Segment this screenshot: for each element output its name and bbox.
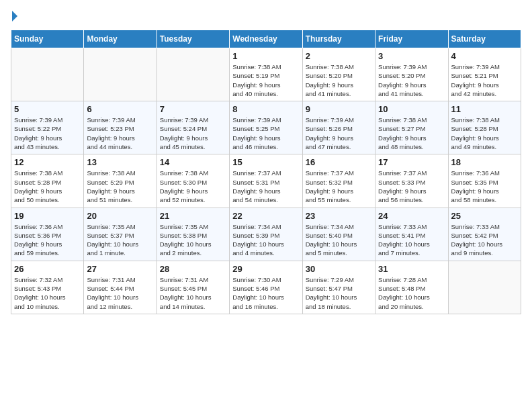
day-number: 21 <box>160 211 226 221</box>
day-number: 18 <box>451 157 518 167</box>
calendar-cell: 12Sunrise: 7:38 AM Sunset: 5:28 PM Dayli… <box>11 154 84 208</box>
day-info: Sunrise: 7:38 AM Sunset: 5:28 PM Dayligh… <box>451 116 518 151</box>
day-info: Sunrise: 7:39 AM Sunset: 5:21 PM Dayligh… <box>451 62 518 98</box>
day-info: Sunrise: 7:33 AM Sunset: 5:41 PM Dayligh… <box>378 222 445 258</box>
day-number: 14 <box>160 157 226 167</box>
day-info: Sunrise: 7:39 AM Sunset: 5:25 PM Dayligh… <box>232 116 299 151</box>
calendar-cell: 1Sunrise: 7:38 AM Sunset: 5:19 PM Daylig… <box>230 48 302 101</box>
day-info: Sunrise: 7:31 AM Sunset: 5:44 PM Dayligh… <box>87 275 153 311</box>
calendar-day-header: Saturday <box>448 30 521 48</box>
day-number: 7 <box>160 104 226 114</box>
day-number: 3 <box>378 51 445 61</box>
day-number: 1 <box>232 51 299 61</box>
calendar-week-row: 5Sunrise: 7:39 AM Sunset: 5:22 PM Daylig… <box>11 101 521 154</box>
calendar-cell: 4Sunrise: 7:39 AM Sunset: 5:21 PM Daylig… <box>448 48 521 101</box>
calendar-day-header: Friday <box>375 30 448 48</box>
day-info: Sunrise: 7:39 AM Sunset: 5:23 PM Dayligh… <box>87 116 153 151</box>
day-info: Sunrise: 7:37 AM Sunset: 5:32 PM Dayligh… <box>306 169 372 204</box>
calendar-cell: 26Sunrise: 7:32 AM Sunset: 5:43 PM Dayli… <box>11 261 84 314</box>
day-info: Sunrise: 7:34 AM Sunset: 5:39 PM Dayligh… <box>232 222 299 258</box>
calendar-cell <box>84 48 157 101</box>
day-number: 24 <box>378 211 445 221</box>
day-info: Sunrise: 7:36 AM Sunset: 5:35 PM Dayligh… <box>451 169 518 204</box>
calendar-cell: 27Sunrise: 7:31 AM Sunset: 5:44 PM Dayli… <box>84 261 157 314</box>
day-info: Sunrise: 7:39 AM Sunset: 5:24 PM Dayligh… <box>160 116 226 151</box>
day-info: Sunrise: 7:29 AM Sunset: 5:47 PM Dayligh… <box>306 275 372 311</box>
day-info: Sunrise: 7:28 AM Sunset: 5:48 PM Dayligh… <box>378 275 445 311</box>
calendar-cell: 8Sunrise: 7:39 AM Sunset: 5:25 PM Daylig… <box>230 101 302 154</box>
day-number: 2 <box>306 51 372 61</box>
day-info: Sunrise: 7:38 AM Sunset: 5:20 PM Dayligh… <box>306 62 372 98</box>
calendar-cell: 28Sunrise: 7:31 AM Sunset: 5:45 PM Dayli… <box>157 261 229 314</box>
calendar-cell: 16Sunrise: 7:37 AM Sunset: 5:32 PM Dayli… <box>302 154 375 208</box>
calendar-cell: 25Sunrise: 7:33 AM Sunset: 5:42 PM Dayli… <box>448 208 521 261</box>
day-number: 11 <box>451 104 518 114</box>
page-header <box>11 11 521 21</box>
calendar-day-header: Tuesday <box>157 30 229 48</box>
day-info: Sunrise: 7:31 AM Sunset: 5:45 PM Dayligh… <box>160 275 226 311</box>
calendar-cell: 13Sunrise: 7:38 AM Sunset: 5:29 PM Dayli… <box>84 154 157 208</box>
day-info: Sunrise: 7:38 AM Sunset: 5:19 PM Dayligh… <box>232 62 299 98</box>
day-number: 5 <box>14 104 81 114</box>
logo <box>11 11 17 21</box>
calendar-cell: 21Sunrise: 7:35 AM Sunset: 5:38 PM Dayli… <box>157 208 229 261</box>
calendar-week-row: 26Sunrise: 7:32 AM Sunset: 5:43 PM Dayli… <box>11 261 521 314</box>
day-info: Sunrise: 7:35 AM Sunset: 5:38 PM Dayligh… <box>160 222 226 258</box>
calendar-cell: 19Sunrise: 7:36 AM Sunset: 5:36 PM Dayli… <box>11 208 84 261</box>
calendar-cell: 6Sunrise: 7:39 AM Sunset: 5:23 PM Daylig… <box>84 101 157 154</box>
calendar-cell <box>448 261 521 314</box>
calendar-cell: 17Sunrise: 7:37 AM Sunset: 5:33 PM Dayli… <box>375 154 448 208</box>
day-info: Sunrise: 7:39 AM Sunset: 5:20 PM Dayligh… <box>378 62 445 98</box>
day-info: Sunrise: 7:35 AM Sunset: 5:37 PM Dayligh… <box>87 222 153 258</box>
calendar-cell: 9Sunrise: 7:39 AM Sunset: 5:26 PM Daylig… <box>302 101 375 154</box>
calendar-cell: 30Sunrise: 7:29 AM Sunset: 5:47 PM Dayli… <box>302 261 375 314</box>
day-info: Sunrise: 7:38 AM Sunset: 5:30 PM Dayligh… <box>160 169 226 204</box>
calendar-cell: 31Sunrise: 7:28 AM Sunset: 5:48 PM Dayli… <box>375 261 448 314</box>
day-number: 25 <box>451 211 518 221</box>
calendar-cell: 29Sunrise: 7:30 AM Sunset: 5:46 PM Dayli… <box>230 261 302 314</box>
day-info: Sunrise: 7:37 AM Sunset: 5:33 PM Dayligh… <box>378 169 445 204</box>
day-info: Sunrise: 7:37 AM Sunset: 5:31 PM Dayligh… <box>232 169 299 204</box>
day-number: 29 <box>232 264 299 274</box>
calendar-cell: 23Sunrise: 7:34 AM Sunset: 5:40 PM Dayli… <box>302 208 375 261</box>
calendar-week-row: 19Sunrise: 7:36 AM Sunset: 5:36 PM Dayli… <box>11 208 521 261</box>
day-info: Sunrise: 7:38 AM Sunset: 5:29 PM Dayligh… <box>87 169 153 204</box>
day-number: 15 <box>232 157 299 167</box>
calendar-cell: 7Sunrise: 7:39 AM Sunset: 5:24 PM Daylig… <box>157 101 229 154</box>
calendar-cell: 18Sunrise: 7:36 AM Sunset: 5:35 PM Dayli… <box>448 154 521 208</box>
day-number: 9 <box>306 104 372 114</box>
day-number: 30 <box>306 264 372 274</box>
day-number: 12 <box>14 157 81 167</box>
day-number: 19 <box>14 211 81 221</box>
day-number: 20 <box>87 211 153 221</box>
calendar-cell <box>157 48 229 101</box>
day-info: Sunrise: 7:30 AM Sunset: 5:46 PM Dayligh… <box>232 275 299 311</box>
calendar-day-header: Wednesday <box>230 30 302 48</box>
day-number: 16 <box>306 157 372 167</box>
calendar-header-row: SundayMondayTuesdayWednesdayThursdayFrid… <box>11 30 521 48</box>
calendar-day-header: Thursday <box>302 30 375 48</box>
day-number: 26 <box>14 264 81 274</box>
day-number: 8 <box>232 104 299 114</box>
day-number: 31 <box>378 264 445 274</box>
calendar-cell: 14Sunrise: 7:38 AM Sunset: 5:30 PM Dayli… <box>157 154 229 208</box>
day-info: Sunrise: 7:32 AM Sunset: 5:43 PM Dayligh… <box>14 275 81 311</box>
day-number: 17 <box>378 157 445 167</box>
calendar-cell: 5Sunrise: 7:39 AM Sunset: 5:22 PM Daylig… <box>11 101 84 154</box>
day-info: Sunrise: 7:33 AM Sunset: 5:42 PM Dayligh… <box>451 222 518 258</box>
calendar-cell: 2Sunrise: 7:38 AM Sunset: 5:20 PM Daylig… <box>302 48 375 101</box>
day-info: Sunrise: 7:39 AM Sunset: 5:26 PM Dayligh… <box>306 116 372 151</box>
day-number: 28 <box>160 264 226 274</box>
day-number: 23 <box>306 211 372 221</box>
calendar-week-row: 12Sunrise: 7:38 AM Sunset: 5:28 PM Dayli… <box>11 154 521 208</box>
day-number: 22 <box>232 211 299 221</box>
calendar-cell: 24Sunrise: 7:33 AM Sunset: 5:41 PM Dayli… <box>375 208 448 261</box>
calendar-cell: 10Sunrise: 7:38 AM Sunset: 5:27 PM Dayli… <box>375 101 448 154</box>
calendar-cell: 20Sunrise: 7:35 AM Sunset: 5:37 PM Dayli… <box>84 208 157 261</box>
logo-arrow-icon <box>12 11 17 21</box>
day-info: Sunrise: 7:36 AM Sunset: 5:36 PM Dayligh… <box>14 222 81 258</box>
day-number: 27 <box>87 264 153 274</box>
day-info: Sunrise: 7:38 AM Sunset: 5:28 PM Dayligh… <box>14 169 81 204</box>
day-number: 10 <box>378 104 445 114</box>
day-info: Sunrise: 7:39 AM Sunset: 5:22 PM Dayligh… <box>14 116 81 151</box>
